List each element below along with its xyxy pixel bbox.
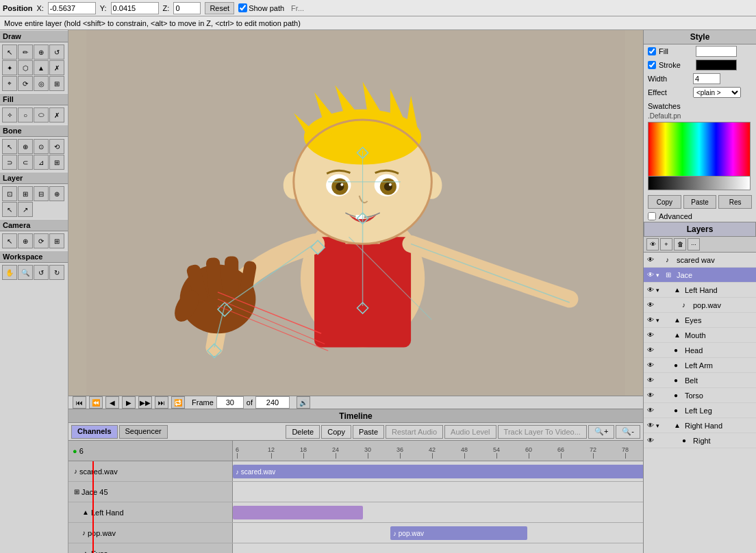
layer-eye-9[interactable]: 👁 bbox=[645, 390, 656, 401]
tool-draw5[interactable]: ⬡ bbox=[18, 60, 33, 75]
tool-bone2[interactable]: ⊕ bbox=[18, 139, 33, 154]
play-prev-button[interactable]: ⏪ bbox=[89, 396, 103, 409]
tool-bone3[interactable]: ⊙ bbox=[34, 139, 49, 154]
tool-cam2[interactable]: ⊕ bbox=[18, 233, 33, 248]
x-input[interactable] bbox=[48, 2, 96, 14]
y-input[interactable] bbox=[111, 2, 159, 14]
layer-tool-more[interactable]: ··· bbox=[688, 238, 700, 250]
tool-cam4[interactable]: ⊞ bbox=[49, 233, 64, 248]
tool-draw4[interactable]: ✦ bbox=[2, 60, 17, 75]
tool-draw10[interactable]: ◎ bbox=[34, 76, 49, 91]
play-step-fwd-button[interactable]: ▶▶ bbox=[138, 396, 152, 409]
delete-button[interactable]: Delete bbox=[286, 425, 320, 439]
sequencer-tab[interactable]: Sequencer bbox=[119, 425, 168, 439]
layer-expand-4[interactable]: ▾ bbox=[656, 317, 663, 324]
zoom-in-button[interactable]: 🔍+ bbox=[588, 425, 614, 439]
tool-fill3[interactable]: ⬭ bbox=[34, 107, 49, 123]
restart-audio-button[interactable]: Restart Audio bbox=[386, 425, 443, 439]
show-path-checkbox-label[interactable]: Show path bbox=[238, 3, 284, 12]
tool-arrow[interactable]: ↖ bbox=[2, 44, 17, 60]
tl-row-jace[interactable]: ⊞ Jace 45 bbox=[68, 482, 643, 502]
zoom-out-button[interactable]: 🔍- bbox=[616, 425, 640, 439]
audio-button[interactable]: 🔊 bbox=[297, 396, 310, 409]
color-picker-dark[interactable] bbox=[648, 177, 751, 190]
layer-eye-6[interactable]: 👁 bbox=[645, 345, 656, 356]
tool-draw2[interactable]: ⊕ bbox=[34, 44, 49, 60]
tool-draw11[interactable]: ⊞ bbox=[49, 76, 64, 91]
layer-item-eyes[interactable]: 👁 ▾ ▲ Eyes bbox=[644, 313, 756, 328]
layer-expand-1[interactable]: ▾ bbox=[656, 272, 663, 279]
layer-eye-5[interactable]: 👁 bbox=[645, 330, 656, 341]
style-reset-button[interactable]: Res bbox=[718, 195, 752, 209]
copy-button[interactable]: Copy bbox=[321, 425, 351, 439]
tool-draw6[interactable]: ▲ bbox=[34, 60, 49, 75]
tool-cam3[interactable]: ⟳ bbox=[34, 233, 49, 248]
style-copy-button[interactable]: Copy bbox=[648, 195, 681, 209]
tool-draw7[interactable]: ✗ bbox=[49, 60, 64, 75]
layer-eye-3[interactable]: 👁 bbox=[645, 300, 656, 311]
layer-item-left-leg[interactable]: 👁 ● Left Leg bbox=[644, 403, 756, 418]
tool-ws2[interactable]: 🔍 bbox=[18, 265, 33, 280]
tool-layer1[interactable]: ⊡ bbox=[2, 186, 17, 201]
tool-bone1[interactable]: ↖ bbox=[2, 139, 17, 154]
channels-tab[interactable]: Channels bbox=[71, 425, 118, 439]
layer-eye-8[interactable]: 👁 bbox=[645, 375, 656, 386]
layer-eye-12[interactable]: 👁 bbox=[645, 435, 656, 446]
layer-item-right[interactable]: 👁 ● Right bbox=[644, 433, 756, 448]
tool-fill4[interactable]: ✗ bbox=[49, 107, 64, 123]
layer-eye-1[interactable]: 👁 bbox=[645, 270, 656, 281]
layer-tool-delete[interactable]: 🗑 bbox=[674, 238, 686, 250]
layer-item-belt[interactable]: 👁 ● Belt bbox=[644, 373, 756, 388]
layer-item-torso[interactable]: 👁 ● Torso bbox=[644, 388, 756, 403]
tool-bone6[interactable]: ⊂ bbox=[18, 155, 33, 170]
layer-item-left-arm[interactable]: 👁 ● Left Arm bbox=[644, 358, 756, 373]
tool-ws3[interactable]: ↺ bbox=[34, 265, 49, 280]
layer-tool-eye[interactable]: 👁 bbox=[646, 238, 659, 250]
canvas-area[interactable] bbox=[68, 30, 643, 396]
tool-draw8[interactable]: ⌖ bbox=[2, 76, 17, 91]
play-end-button[interactable]: ⏭ bbox=[155, 396, 168, 409]
play-button[interactable]: ▶ bbox=[122, 396, 136, 409]
effect-select[interactable]: <plain > bbox=[693, 87, 741, 98]
tool-layer6[interactable]: ↗ bbox=[18, 202, 33, 217]
layer-item-left-hand[interactable]: 👁 ▾ ▲ Left Hand bbox=[644, 283, 756, 298]
tool-ws1[interactable]: ✋ bbox=[2, 265, 17, 280]
play-step-back-button[interactable]: ◀ bbox=[105, 396, 119, 409]
frame-input[interactable] bbox=[216, 396, 244, 409]
paste-button[interactable]: Paste bbox=[353, 425, 384, 439]
tl-row-scared-wav[interactable]: ♪ scared.wav ♪ scared.wav bbox=[68, 461, 643, 482]
tool-draw3[interactable]: ↺ bbox=[49, 44, 64, 60]
layer-eye-2[interactable]: 👁 bbox=[645, 285, 656, 296]
track-layer-button[interactable]: Track Layer To Video... bbox=[498, 425, 587, 439]
z-input[interactable] bbox=[173, 2, 201, 14]
tl-row-pop-wav[interactable]: ♪ pop.wav ♪ pop.wav bbox=[68, 523, 643, 543]
layer-item-scared-wav[interactable]: 👁 ♪ scared wav bbox=[644, 253, 756, 268]
tool-layer5[interactable]: ↖ bbox=[2, 202, 17, 217]
layer-item-mouth[interactable]: 👁 ▲ Mouth bbox=[644, 328, 756, 343]
tool-layer4[interactable]: ⊕ bbox=[49, 186, 64, 201]
tool-layer2[interactable]: ⊞ bbox=[18, 186, 33, 201]
fill-checkbox[interactable] bbox=[648, 47, 656, 55]
tl-row-eyes[interactable]: ▲ Eyes bbox=[68, 543, 643, 553]
timeline-content[interactable]: ♪ scared.wav ♪ scared.wav ⊞ Jace 45 bbox=[68, 461, 643, 553]
play-loop-button[interactable]: 🔁 bbox=[171, 396, 185, 409]
tl-row-left-hand[interactable]: ▲ Left Hand bbox=[68, 502, 643, 523]
layer-eye-7[interactable]: 👁 bbox=[645, 360, 656, 371]
stroke-checkbox[interactable] bbox=[648, 61, 656, 69]
layer-eye-10[interactable]: 👁 bbox=[645, 405, 656, 416]
tool-bone5[interactable]: ⊃ bbox=[2, 155, 17, 170]
play-begin-button[interactable]: ⏮ bbox=[73, 396, 86, 409]
tool-layer3[interactable]: ⊟ bbox=[34, 186, 49, 201]
layer-tool-add[interactable]: + bbox=[660, 238, 672, 250]
tool-fill1[interactable]: ⟡ bbox=[2, 107, 17, 123]
audio-level-button[interactable]: Audio Level bbox=[444, 425, 496, 439]
layer-eye-0[interactable]: 👁 bbox=[645, 255, 656, 266]
show-path-checkbox[interactable] bbox=[238, 3, 247, 12]
style-paste-button[interactable]: Paste bbox=[683, 195, 717, 209]
frame-end-input[interactable] bbox=[255, 396, 290, 409]
advanced-checkbox[interactable] bbox=[648, 212, 656, 220]
layer-expand-2[interactable]: ▾ bbox=[656, 287, 663, 294]
layer-expand-11[interactable]: ▾ bbox=[656, 422, 663, 429]
color-picker[interactable] bbox=[648, 122, 751, 177]
fill-color-swatch[interactable] bbox=[696, 46, 737, 57]
